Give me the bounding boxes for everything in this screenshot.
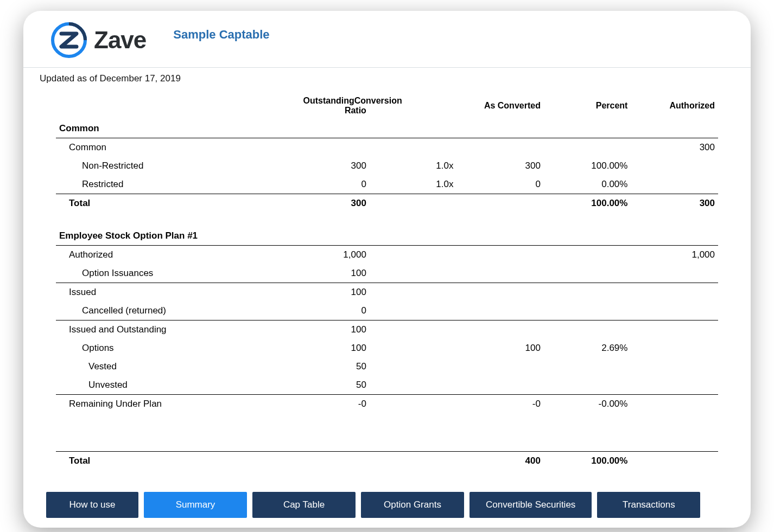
row-remaining: Remaining Under Plan -0 -0 -0.00% <box>56 395 718 414</box>
col-outstanding: OutstandingConversion Ratio <box>300 91 369 121</box>
row-options: Options 100 100 2.69% <box>56 339 718 357</box>
row-restricted: Restricted 0 1.0x 0 0.00% <box>56 175 718 194</box>
tab-summary[interactable]: Summary <box>144 492 247 518</box>
updated-as-of: Updated as of December 17, 2019 <box>23 68 751 88</box>
header: Zave Sample Captable <box>23 11 751 67</box>
brand-name: Zave <box>94 27 146 54</box>
logo: Zave <box>50 22 146 59</box>
row-non-restricted: Non-Restricted 300 1.0x 300 100.00% <box>56 157 718 175</box>
row-issued-outstanding: Issued and Outstanding 100 <box>56 321 718 339</box>
row-common-total: Total 300 100.00% 300 <box>56 194 718 213</box>
row-common: Common 300 <box>56 138 718 157</box>
row-vested: Vested 50 <box>56 357 718 376</box>
tab-how-to-use[interactable]: How to use <box>46 492 138 518</box>
app-frame: Zave Sample Captable Updated as of Decem… <box>23 11 751 528</box>
row-option-issuances: Option Issuances 100 <box>56 264 718 283</box>
tab-option-grants[interactable]: Option Grants <box>361 492 464 518</box>
col-as-converted: As Converted <box>456 91 544 121</box>
tab-cap-table[interactable]: Cap Table <box>252 492 356 518</box>
captable: OutstandingConversion Ratio As Converted… <box>56 91 718 470</box>
col-authorized: Authorized <box>631 91 718 121</box>
page-title: Sample Captable <box>173 28 269 42</box>
column-headers: OutstandingConversion Ratio As Converted… <box>56 91 718 121</box>
content: OutstandingConversion Ratio As Converted… <box>23 88 751 492</box>
row-authorized: Authorized 1,000 1,000 <box>56 246 718 265</box>
zave-logo-icon <box>50 22 87 59</box>
row-cancelled: Cancelled (returned) 0 <box>56 302 718 321</box>
tab-convertible-securities[interactable]: Convertible Securities <box>470 492 592 518</box>
sheet-tabs: How to use Summary Cap Table Option Gran… <box>23 492 751 528</box>
section-common-heading: Common <box>56 121 718 138</box>
row-unvested: Unvested 50 <box>56 376 718 395</box>
section-esop-heading: Employee Stock Option Plan #1 <box>56 227 718 246</box>
col-percent: Percent <box>544 91 631 121</box>
tab-transactions[interactable]: Transactions <box>597 492 700 518</box>
row-grand-total: Total 400 100.00% <box>56 451 718 470</box>
row-issued: Issued 100 <box>56 283 718 302</box>
